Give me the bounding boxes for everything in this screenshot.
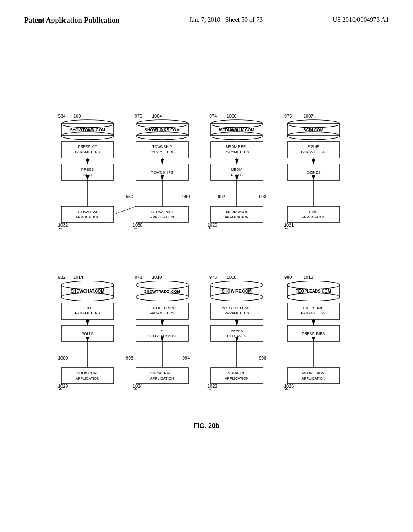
patent-number-label: US 2010/0004973 A1 (332, 16, 389, 23)
showlinks-site-label: SHOWLINKS.COM (144, 128, 179, 132)
peopleads-group: 980 1012 PEOPLEADS.COM PRESSUME PARAMETE… (259, 275, 340, 390)
mediawalk-site-label: MEDIAWALK.COM (219, 128, 254, 132)
svg-text:PEOPLEADS: PEOPLEADS (302, 371, 325, 375)
svg-text:PRESS: PRESS (231, 329, 243, 333)
showtrade-group: 978 1010 SHOWTRADE .COM E-STOREFRONT PAR… (126, 275, 188, 390)
svg-text:PARAMETERS: PARAMETERS (150, 311, 174, 315)
svg-text:POLLS: POLLS (81, 332, 93, 336)
date-sheet-label: Jan. 7, 2010 Sheet 50 of 73 (189, 16, 263, 23)
ref-970: 970 (135, 114, 142, 118)
svg-rect-13 (61, 206, 114, 222)
svg-rect-36 (211, 164, 263, 180)
svg-text:PARAMETERS: PARAMETERS (224, 311, 249, 315)
scin-group: 975 1007 SCiN.COM E-ZINE PARAMETERS E-ZI… (259, 114, 340, 229)
svg-text:E-STOREFRONT: E-STOREFRONT (148, 306, 177, 310)
ref-1010: 1010 (152, 275, 162, 280)
ref-160: 160 (73, 114, 81, 118)
ref-974: 974 (209, 114, 217, 118)
scin-site-label: SCiN.COM (303, 128, 323, 132)
showtown-site-label: SHOWTOWN.COM (70, 128, 105, 132)
showtrade-site-label: SHOWTRADE .COM (144, 289, 180, 293)
svg-text:PARAMETERS: PARAMETERS (301, 150, 325, 154)
ref-978: 978 (135, 275, 142, 280)
ref-980: 980 (284, 275, 292, 280)
svg-rect-67 (61, 368, 114, 384)
svg-text:SHOWCHAT: SHOWCHAT (77, 371, 98, 375)
svg-rect-95 (211, 368, 263, 384)
ref-1032: 1032 (58, 222, 68, 227)
svg-text:MEDIA: MEDIA (231, 168, 243, 172)
svg-text:KITS: KITS (83, 173, 92, 177)
svg-text:MEDIA REEL: MEDIA REEL (226, 145, 248, 149)
svg-text:PARAMETERS: PARAMETERS (301, 311, 325, 315)
date-label: Jan. 7, 2010 (189, 16, 220, 23)
svg-text:STOREFRONTS: STOREFRONTS (148, 334, 176, 338)
svg-text:APPLICATION: APPLICATION (150, 376, 174, 380)
svg-text:SHOWTOWN: SHOWTOWN (76, 210, 98, 214)
svg-text:SCiN: SCiN (309, 210, 317, 214)
svg-text:APPLICATION: APPLICATION (302, 376, 325, 380)
page-header: Patent Application Publication Jan. 7, 2… (0, 0, 413, 33)
ref-990: 990 (182, 194, 190, 199)
showtown-group: 984 160 SHOWTOWN.COM PRESS KIT PARAMETER… (58, 114, 114, 229)
showchat-group: 982 1014 SHOWCHAT.COM POLL PARAMETERS PO… (58, 275, 114, 390)
ref-975: 975 (284, 114, 292, 118)
peopleads-site-label: PEOPLEADS.COM (296, 289, 331, 293)
svg-rect-26 (136, 206, 188, 222)
figure-caption: FIG. 20b (194, 422, 219, 429)
svg-rect-77 (136, 325, 188, 341)
ref-998: 998 (259, 355, 266, 360)
ref-1004: 1004 (152, 114, 162, 118)
svg-rect-40 (211, 206, 263, 222)
svg-text:PARAMETERS: PARAMETERS (150, 150, 174, 154)
svg-rect-108 (287, 368, 340, 384)
svg-text:APPLICATION: APPLICATION (76, 376, 100, 380)
ref-1030: 1030 (133, 222, 142, 227)
sheet-label: Sheet 50 of 73 (225, 16, 263, 23)
svg-text:PARAMETERS: PARAMETERS (75, 311, 100, 315)
showlinks-group: 970 1004 SHOWLINKS.COM TOWNSHIP PARAMETE… (126, 114, 188, 229)
ref-992: 992 (218, 194, 225, 199)
ref-976: 976 (209, 275, 217, 280)
svg-rect-91 (211, 325, 263, 341)
svg-text:PRESS: PRESS (81, 168, 94, 172)
ref-1006: 1006 (227, 114, 236, 118)
ref-982: 982 (58, 275, 65, 280)
showire-group: 976 1008 SHOWIRE.COM PRESS RELEASE PARAM… (182, 275, 263, 390)
ref-1024: 1024 (133, 384, 142, 389)
ref-1000: 1000 (58, 355, 68, 360)
svg-text:PRESSUME: PRESSUME (303, 306, 324, 310)
svg-text:POLL: POLL (83, 306, 92, 310)
svg-text:SHOWLINKS: SHOWLINKS (151, 210, 173, 214)
ref-1012: 1012 (303, 275, 313, 280)
svg-text:E-ZINE: E-ZINE (307, 145, 319, 149)
ref-1021: 1021 (284, 222, 294, 227)
svg-text:E-: E- (161, 329, 164, 333)
ref-996: 996 (126, 355, 133, 360)
ref-1014: 1014 (73, 275, 83, 280)
svg-text:SHOWIRE: SHOWIRE (228, 371, 245, 375)
ref-1026: 1026 (284, 384, 294, 389)
ref-1008: 1008 (227, 275, 236, 280)
publication-label: Patent Application Publication (24, 16, 119, 25)
svg-rect-81 (136, 368, 188, 384)
svg-text:PRESS KIT: PRESS KIT (78, 145, 97, 149)
ref-984: 984 (58, 114, 65, 118)
svg-text:APPLICATION: APPLICATION (76, 215, 100, 219)
svg-text:E-ZINES: E-ZINES (306, 170, 321, 175)
svg-text:RELEASES: RELEASES (227, 334, 246, 338)
svg-text:APPLICATION: APPLICATION (225, 376, 249, 380)
ref-1020: 1020 (207, 222, 217, 227)
svg-text:APPLICATION: APPLICATION (302, 215, 325, 219)
svg-text:PRESS RELEASE: PRESS RELEASE (222, 306, 252, 310)
svg-text:APPLICATION: APPLICATION (150, 215, 174, 219)
svg-line-56 (114, 206, 136, 214)
ref-994: 994 (182, 355, 190, 360)
svg-rect-9 (61, 164, 114, 180)
svg-text:REELS: REELS (231, 173, 243, 177)
svg-rect-53 (287, 206, 340, 222)
diagram-area: 984 160 SHOWTOWN.COM PRESS KIT PARAMETER… (0, 37, 413, 497)
showire-site-label: SHOWIRE.COM (222, 289, 252, 293)
mediawalk-group: 974 1006 MEDIAWALK.COM MEDIA REEL PARAME… (182, 114, 263, 229)
ref-1007: 1007 (303, 114, 313, 118)
